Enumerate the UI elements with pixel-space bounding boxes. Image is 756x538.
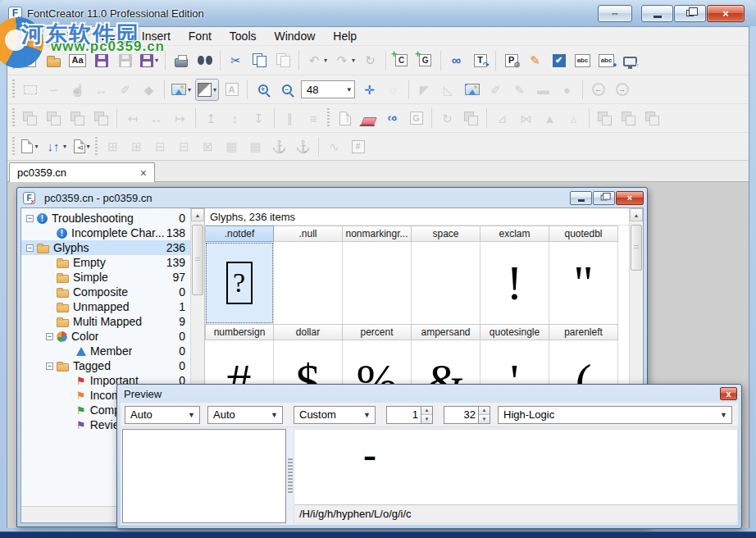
distribute-horizontal-button[interactable]: ∥ [279,107,301,130]
spin-up-icon[interactable]: ▲ [479,407,490,416]
send-backward-button[interactable] [66,107,89,130]
align-bottom-button[interactable]: ↧ [248,107,270,130]
break-link-button[interactable]: ∞ [381,107,403,130]
doc-restore-button[interactable] [593,191,615,205]
glyph-names-button[interactable]: abc [572,49,594,71]
glyph-cell-nonmarkingr[interactable]: nonmarkingr... [343,226,412,324]
menu-view[interactable]: View [90,28,133,44]
exclusion-button[interactable] [641,107,663,130]
chevron-down-icon[interactable]: ▾ [188,86,191,93]
bring-forward-button[interactable] [43,107,65,130]
contour-mode-button[interactable]: ◤ [413,79,435,101]
expander-icon[interactable]: − [26,215,34,222]
print-button[interactable] [170,49,192,71]
open-font-button[interactable] [43,49,65,71]
scrollbar-thumb[interactable] [192,225,203,295]
chevron-down-icon[interactable]: ▾ [324,57,327,64]
draw-brush-button[interactable]: ✐ [485,79,507,101]
chevron-down-icon[interactable]: ▼ [359,411,375,419]
paste-special-button[interactable]: ! [334,107,356,130]
previous-glyph-button[interactable]: ← [587,79,609,101]
hand-tool-button[interactable]: ☝ [66,79,89,101]
new-edit-window-button[interactable]: ▾ [19,135,41,157]
tree-item-member[interactable]: Member0 [21,344,190,358]
naming-fields-button[interactable]: abc● [595,49,617,71]
position-button[interactable] [460,107,482,130]
glyph-cell-space[interactable]: space [412,226,480,324]
labels-button[interactable]: ⊲▾ [71,135,93,157]
bring-to-front-button[interactable] [19,107,41,130]
expander-icon[interactable]: − [46,362,53,370]
menu-help[interactable]: Help [324,28,366,44]
copy-button[interactable] [248,49,271,71]
tree-item-simple[interactable]: Simple97 [21,270,190,285]
tree-item-unmapped[interactable]: Unmapped1 [21,299,190,314]
zoom-out-button[interactable]: − [276,79,298,101]
spin-up-icon[interactable]: ▲ [421,407,432,416]
zoom-in-button[interactable]: + [252,79,274,101]
font-properties-button[interactable]: P⚙ [500,49,522,71]
tree-item-composite[interactable]: Composite0 [21,285,190,299]
expander-icon[interactable]: − [26,244,34,252]
rotate-ccw-button[interactable]: ▲ [539,107,561,130]
tree-item-color[interactable]: −Color0 [21,329,190,344]
draw-ellipse-button[interactable]: ● [556,79,578,101]
revert-button[interactable]: ↻ [359,49,381,71]
erase-button[interactable] [358,107,380,130]
tree-item-troubleshooting[interactable]: −Troubleshooting0 [21,211,190,226]
expander-icon[interactable]: − [46,333,53,340]
menu-tools[interactable]: Tools [221,28,266,44]
preview-glyph-list[interactable] [122,429,286,523]
skew-button[interactable]: ⊿ [491,107,513,130]
align-top-button[interactable]: ↥ [200,107,222,130]
paste-button[interactable] [272,49,294,71]
font-overview-button[interactable]: Aa [66,49,89,71]
save-as-button[interactable]: ▾ [138,49,161,71]
minimize-button[interactable] [641,5,673,22]
show-points-button[interactable]: ∿ [323,135,345,157]
align-middle-button[interactable]: ↕ [224,107,246,130]
glyph-cell-exclam[interactable]: exclam! [480,226,549,324]
find-button[interactable] [194,49,216,71]
next-glyph-button[interactable]: → [611,79,633,101]
chevron-down-icon[interactable]: ▾ [34,143,38,150]
measure-tool-button[interactable]: ↔ [90,79,112,101]
lock-anchors-button[interactable]: ⚓ [292,135,314,157]
union-button[interactable] [594,107,616,130]
distribute-vertical-button[interactable]: ≡ [303,107,325,130]
preview-titlebar[interactable]: Preview x [117,385,741,403]
snap-to-grid-button[interactable]: ⊞ [125,135,148,157]
scroll-up-icon[interactable]: ▲ [191,208,204,221]
close-button[interactable]: × [707,5,745,22]
toolbar-grip[interactable] [95,137,98,157]
scroll-up-icon[interactable]: ▲ [630,208,643,221]
tree-item-incomplete-char[interactable]: Incomplete Char...138 [21,226,190,240]
point-mode-button[interactable]: ◺ [437,79,459,101]
lock-guidelines-button[interactable]: ▦ [244,135,266,157]
show-metrics-button[interactable]: ⊟ [149,135,171,157]
toolbar-grip[interactable] [12,80,15,99]
chevron-down-icon[interactable]: ▾ [344,85,355,93]
save-button[interactable] [90,49,112,71]
tree-item-empty[interactable]: Empty139 [21,255,190,270]
add-characters-button[interactable]: C [390,49,412,71]
draw-rectangle-button[interactable]: ▬ [532,79,554,101]
menu-insert[interactable]: Insert [133,28,180,44]
glyph-cell-null[interactable]: .null [274,226,343,324]
zoom-fit-button[interactable]: ✛ [358,79,380,101]
metrics-options-button[interactable]: # [347,135,369,157]
doc-close-button[interactable]: × [616,191,644,205]
add-glyphs-button[interactable]: G [414,49,436,71]
preview-splitter[interactable] [288,458,293,495]
compatibility-button[interactable]: ⇔ [598,5,632,22]
toolbar-grip[interactable] [12,137,15,157]
toolbar-grip[interactable] [12,108,15,128]
insert-image-button[interactable]: + [461,79,483,101]
validate-font-button[interactable]: ✔ [548,49,570,71]
knife-tool-button[interactable]: ✐ [114,79,136,101]
toolbar-grip[interactable] [327,108,330,128]
glyph-cell-notdef[interactable]: .notdef? [205,226,274,324]
chevron-down-icon[interactable]: ▼ [716,411,731,419]
doc-minimize-button[interactable] [570,191,592,205]
preview-mode-combo[interactable]: Auto ▼ [125,406,200,424]
